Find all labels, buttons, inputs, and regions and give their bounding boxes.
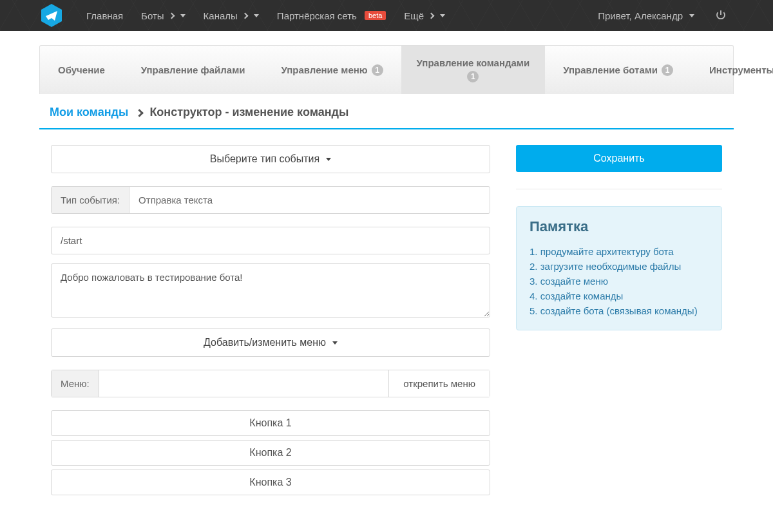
nav-more[interactable]: Ещё: [395, 0, 454, 31]
tab-label: Управление ботами: [563, 64, 658, 75]
nav-bots[interactable]: Боты: [132, 0, 195, 31]
tab-files[interactable]: Управление файлами: [123, 46, 263, 94]
hint-item[interactable]: создайте команды: [530, 289, 709, 303]
greeting-text: Привет, Александр: [598, 10, 683, 21]
dropdown-label: Выберите тип события: [210, 153, 320, 165]
nav-label: Партнёрская сеть: [277, 10, 357, 21]
event-type-display: Тип события: Отправка текста: [51, 186, 490, 214]
event-type-label: Тип события:: [52, 187, 129, 213]
tab-label: Обучение: [58, 64, 105, 75]
tab-menus[interactable]: Управление меню 1: [263, 46, 401, 94]
beta-badge: beta: [365, 11, 386, 20]
hint-item[interactable]: создайте меню: [530, 274, 709, 289]
breadcrumb-current: Конструктор - изменение команды: [149, 106, 348, 119]
caret-down-icon: [180, 14, 186, 17]
menu-label: Меню:: [52, 370, 99, 397]
menu-button-item[interactable]: Кнопка 3: [51, 470, 490, 495]
hint-title: Памятка: [530, 218, 709, 235]
form-column: Выберите тип события Тип события: Отправ…: [51, 145, 490, 499]
page-container: Обучение Управление файлами Управление м…: [39, 45, 734, 518]
event-type-dropdown[interactable]: Выберите тип события: [51, 145, 490, 173]
nav-home[interactable]: Главная: [77, 0, 132, 31]
tab-commands[interactable]: Управление командами 1: [401, 46, 546, 94]
tab-training[interactable]: Обучение: [40, 46, 123, 94]
hint-item[interactable]: создайте бота (связывая команды): [530, 303, 709, 318]
dropdown-label: Добавить/изменить меню: [204, 337, 326, 348]
brand-logo[interactable]: [39, 3, 64, 28]
badge: 1: [662, 64, 673, 76]
logout-button[interactable]: [707, 9, 734, 23]
command-input[interactable]: [51, 227, 490, 254]
nav-label: Боты: [141, 10, 164, 21]
hint-item[interactable]: загрузите необходимые файлы: [530, 259, 709, 274]
caret-down-icon: [332, 341, 338, 345]
nav-label: Главная: [86, 10, 123, 21]
menu-button-item[interactable]: Кнопка 2: [51, 440, 490, 466]
hint-item[interactable]: продумайте архитектуру бота: [530, 244, 709, 259]
side-column: Сохранить Памятка продумайте архитектуру…: [516, 145, 722, 499]
badge: 1: [467, 71, 479, 82]
event-type-value: Отправка текста: [129, 187, 490, 213]
nav-label: Ещё: [404, 10, 424, 21]
caret-down-icon: [689, 14, 694, 17]
chevron-right-icon: [135, 109, 144, 117]
nav-channels[interactable]: Каналы: [195, 0, 268, 31]
menu-buttons-list: Кнопка 1 Кнопка 2 Кнопка 3: [51, 410, 490, 495]
badge: 1: [372, 64, 383, 76]
divider: [516, 189, 722, 189]
nav-partner-network[interactable]: Партнёрская сеть beta: [268, 0, 395, 31]
menu-value: [99, 370, 389, 397]
tab-label: Управление меню: [281, 64, 367, 75]
tab-tools[interactable]: Инструменты: [691, 46, 773, 94]
user-menu[interactable]: Привет, Александр: [589, 0, 703, 31]
tab-label: Управление командами: [417, 57, 530, 68]
save-button[interactable]: Сохранить: [516, 145, 722, 172]
tab-label: Управление файлами: [141, 64, 245, 75]
chevron-right-icon: [242, 12, 248, 19]
caret-down-icon: [326, 158, 331, 161]
detach-menu-button[interactable]: открепить меню: [388, 370, 490, 397]
menu-button-item[interactable]: Кнопка 1: [51, 410, 490, 436]
chevron-right-icon: [168, 12, 175, 19]
breadcrumb-link[interactable]: Мои команды: [50, 106, 128, 119]
hint-box: Памятка продумайте архитектуру бота загр…: [516, 206, 722, 330]
menu-dropdown[interactable]: Добавить/изменить меню: [51, 328, 490, 357]
nav-label: Каналы: [204, 10, 238, 21]
breadcrumb: Мои команды Конструктор - изменение кома…: [39, 94, 734, 129]
caret-down-icon: [440, 14, 445, 17]
content: Выберите тип события Тип события: Отправ…: [39, 129, 734, 518]
top-navbar: Главная Боты Каналы Партнёрская сеть bet…: [0, 0, 773, 31]
section-tabs: Обучение Управление файлами Управление м…: [39, 45, 734, 94]
menu-display: Меню: открепить меню: [51, 370, 490, 397]
caret-down-icon: [254, 14, 259, 17]
hint-list: продумайте архитектуру бота загрузите не…: [530, 244, 709, 318]
tab-bots[interactable]: Управление ботами 1: [545, 46, 691, 94]
tab-label: Инструменты: [709, 64, 773, 75]
message-textarea[interactable]: Добро пожаловать в тестирование бота!: [51, 263, 490, 318]
chevron-right-icon: [428, 12, 435, 19]
